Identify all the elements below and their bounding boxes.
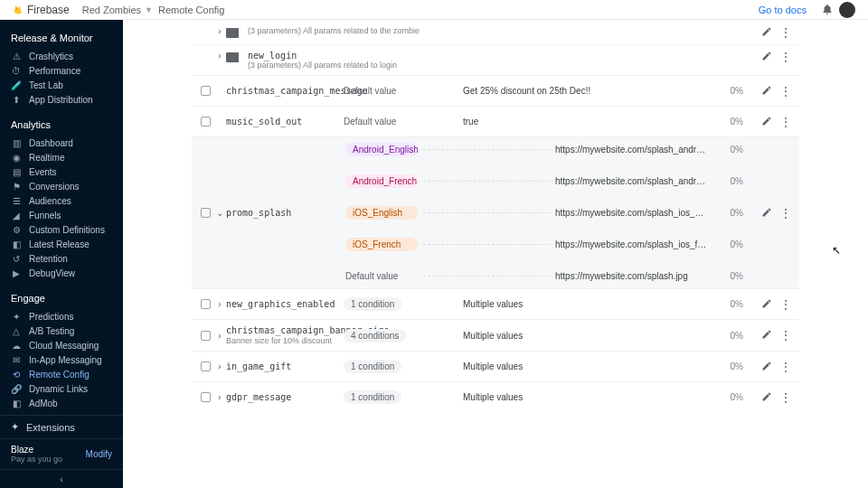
more-icon[interactable]: ⋮ [779,207,792,220]
edit-icon[interactable] [761,298,772,311]
sidebar-collapse[interactable]: ‹ [0,469,123,488]
sidebar-item-admob[interactable]: ◧AdMob [0,396,123,410]
expand-icon[interactable]: › [213,331,226,341]
parameter-value: Multiple values [463,331,714,341]
sidebar-item-a-b-testing[interactable]: △A/B Testing [0,324,123,338]
sidebar-item-realtime[interactable]: ◉Realtime [0,150,123,164]
expand-icon[interactable]: › [213,361,226,371]
sidebar-item-icon: ⚑ [11,181,22,192]
sidebar-item-remote-config[interactable]: ⟲Remote Config [0,367,123,381]
project-selector[interactable]: Red Zombies ▼ [82,5,153,15]
sidebar-item-cloud-messaging[interactable]: ☁Cloud Messaging [0,338,123,352]
folder-row: ›(3 parameters) All params related to th… [192,20,799,44]
chevron-down-icon: ▼ [145,5,153,14]
edit-icon[interactable] [761,329,772,342]
sidebar-item-icon: ✉ [11,354,22,365]
sidebar-extensions[interactable]: ✦ Extensions [0,415,123,438]
edit-icon[interactable] [761,85,772,98]
sidebar-item-funnels[interactable]: ◢Funnels [0,208,123,222]
edit-icon[interactable] [761,361,772,373]
condition-count-chip[interactable]: 1 condition [344,390,401,404]
firebase-logo[interactable]: Firebase [13,4,70,16]
more-icon[interactable]: ⋮ [779,298,792,311]
fetch-percent: 0% [714,299,743,309]
sidebar-item-dashboard[interactable]: ▥Dashboard [0,136,123,150]
condition-label: Default value [344,115,403,128]
sidebar-item-predictions[interactable]: ✦Predictions [0,309,123,324]
parameter-row: music_sold_outDefault valuetrue0%⋮ [192,106,799,136]
plan-sub: Pay as you go [11,455,62,464]
condition-count-chip[interactable]: 1 condition [344,297,401,311]
parameter-value: https://mywebsite.com/splash_android_fr.… [555,176,709,186]
modify-plan-link[interactable]: Modify [86,449,112,459]
edit-icon[interactable] [761,26,772,39]
more-icon[interactable]: ⋮ [779,51,792,63]
checkbox[interactable] [197,86,213,96]
sidebar-item-crashlytics[interactable]: ⚠Crashlytics [0,49,123,63]
condition-chip[interactable]: Android_French [345,174,418,188]
parameter-name: in_game_gift [226,361,344,371]
condition-count-chip[interactable]: 4 conditions [344,329,406,343]
more-icon[interactable]: ⋮ [779,85,792,98]
sidebar-item-dynamic-links[interactable]: 🔗Dynamic Links [0,381,123,396]
checkbox[interactable] [197,208,213,218]
checkbox[interactable] [197,361,213,371]
condition-count-chip[interactable]: 1 condition [344,360,401,373]
checkbox[interactable] [197,392,213,402]
checkbox[interactable] [197,331,213,341]
main-content: ›(3 parameters) All params related to th… [123,20,868,488]
folder-row: ›new_login(3 parameters) All params rela… [192,44,799,75]
more-icon[interactable]: ⋮ [779,116,792,128]
parameter-value: https://mywebsite.com/splash.jpg [555,271,709,281]
avatar[interactable] [839,2,855,18]
fetch-percent: 0% [714,361,743,371]
sidebar-item-icon: ☁ [11,340,22,351]
sidebar-item-audiences[interactable]: ☰Audiences [0,193,123,208]
sidebar-item-icon: 🔗 [11,383,22,394]
condition-chip[interactable]: Android_English [345,143,418,156]
more-icon[interactable]: ⋮ [779,329,792,342]
condition-chip[interactable]: iOS_French [345,238,418,251]
sidebar-item-icon: ◉ [11,152,22,163]
checkbox[interactable] [197,117,213,127]
sidebar-item-conversions[interactable]: ⚑Conversions [0,179,123,193]
sidebar-item-icon: ▤ [11,166,22,177]
more-icon[interactable]: ⋮ [779,391,792,404]
sidebar-group-header: Release & Monitor [0,29,123,49]
sidebar-item-icon: ☰ [11,195,22,206]
sidebar-group-header: Analytics [0,116,123,136]
sidebar-item-events[interactable]: ▤Events [0,164,123,179]
sidebar-item-custom-definitions[interactable]: ⚙Custom Definitions [0,222,123,237]
sidebar-item-test-lab[interactable]: 🧪Test Lab [0,78,123,92]
fetch-percent: 0% [714,208,743,218]
parameter-row: ›christmas_campaign_banner_sizeBanner si… [192,319,799,351]
edit-icon[interactable] [761,207,772,220]
more-icon[interactable]: ⋮ [779,361,792,373]
sidebar-item-debugview[interactable]: ▶DebugView [0,266,123,280]
edit-icon[interactable] [761,51,772,63]
sidebar-item-app-distribution[interactable]: ⬆App Distribution [0,92,123,107]
parameter-value: https://mywebsite.com/splash_android_en.… [555,145,709,155]
go-to-docs-link[interactable]: Go to docs [759,5,807,15]
sidebar-item-latest-release[interactable]: ◧Latest Release [0,237,123,251]
expand-icon[interactable]: › [213,51,226,61]
condition-chip[interactable]: iOS_English [345,206,418,220]
edit-icon[interactable] [761,116,772,128]
expand-icon[interactable]: › [213,392,226,402]
fetch-percent: 0% [714,271,743,281]
parameter-value: Multiple values [463,299,714,309]
edit-icon[interactable] [761,391,772,404]
parameter-value: https://mywebsite.com/splash_ios_en.jpg [555,208,709,218]
expand-icon[interactable]: › [213,299,226,309]
sidebar-item-in-app-messaging[interactable]: ✉In-App Messaging [0,352,123,367]
expand-icon[interactable]: › [213,26,226,36]
more-icon[interactable]: ⋮ [779,26,792,39]
top-bar: Firebase Red Zombies ▼ Remote Config Go … [0,0,868,20]
checkbox[interactable] [197,299,213,309]
sidebar-item-retention[interactable]: ↺Retention [0,251,123,266]
notifications-icon[interactable] [821,3,834,17]
sidebar-item-performance[interactable]: ⏱Performance [0,63,123,78]
sidebar-item-icon: ⏱ [11,65,22,76]
collapse-icon[interactable]: ⌄ [213,208,226,218]
parameters-table: ›(3 parameters) All params related to th… [192,20,799,488]
